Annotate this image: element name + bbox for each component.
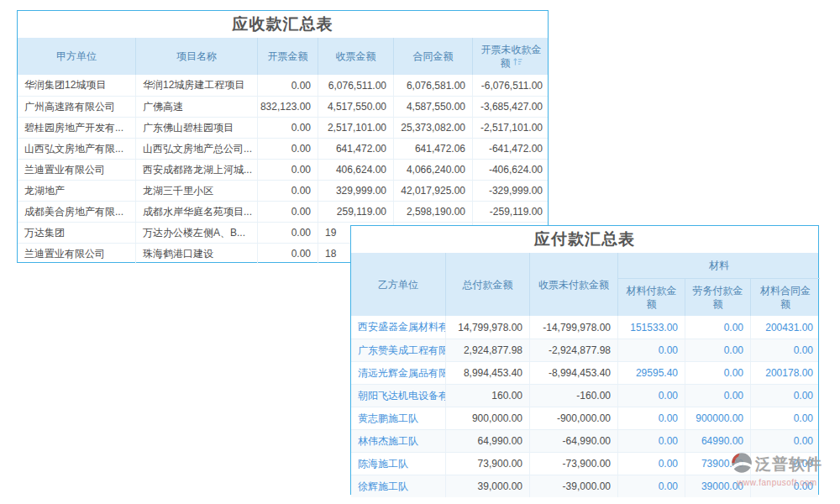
table-cell[interactable]: 0.00 xyxy=(618,430,685,452)
table-cell[interactable]: 朝阳飞达机电设备有 xyxy=(351,385,446,407)
table-cell: -900,000.00 xyxy=(530,407,618,429)
table-cell[interactable]: 200178.00 xyxy=(751,362,820,384)
table-cell: 406,624.00 xyxy=(318,160,394,180)
table-cell: 2,517,101.00 xyxy=(318,118,394,138)
table-cell: 山西弘文房地产有限... xyxy=(18,139,136,159)
column-header: 收票未付款金额 xyxy=(530,253,618,316)
table-cell[interactable]: 0.00 xyxy=(685,339,751,361)
table-cell: 西安成都路龙湖上河城... xyxy=(136,160,258,180)
table-cell[interactable]: 0.00 xyxy=(751,453,820,475)
table-cell: 珠海鹤港口建设 xyxy=(136,244,258,264)
table-cell: 2,598,190.00 xyxy=(394,202,473,222)
table-cell[interactable]: 林伟杰施工队 xyxy=(351,430,446,452)
table-cell: 广州高速路有限公司 xyxy=(18,97,136,117)
table-cell[interactable]: 151533.00 xyxy=(618,316,685,339)
table-cell[interactable]: 0.00 xyxy=(751,430,820,452)
table-cell: -406,624.00 xyxy=(473,160,549,180)
table-cell[interactable]: 64990.00 xyxy=(685,430,751,452)
table-cell: 广佛高速 xyxy=(136,97,258,117)
table-cell: 329,999.00 xyxy=(318,181,394,201)
column-header[interactable]: 开票未收款金额 xyxy=(473,38,549,75)
table-cell: 万达集团 xyxy=(18,223,136,243)
table-cell[interactable]: 0.00 xyxy=(618,453,685,475)
table-cell: -2,517,101.00 xyxy=(473,118,549,138)
table-cell: -39,000.00 xyxy=(530,475,618,497)
column-header: 材料付款金额 xyxy=(618,279,685,316)
table-cell: 2,924,877.98 xyxy=(446,339,530,361)
table-row: 西安盛器金属材料有14,799,978.00-14,799,978.001515… xyxy=(351,316,818,339)
table-cell[interactable]: 0.00 xyxy=(751,339,820,361)
receivables-table-header: 甲方单位项目名称开票金额收票金额合同金额开票未收款金额 xyxy=(18,38,548,75)
table-cell: 成都水岸华庭名苑项目... xyxy=(136,202,258,222)
table-cell[interactable]: 0.00 xyxy=(751,407,820,429)
table-cell[interactable]: 清远光辉金属品有限 xyxy=(351,362,446,384)
table-cell: -8,994,453.40 xyxy=(530,362,618,384)
table-cell: 0.00 xyxy=(258,118,318,138)
column-header: 合同金额 xyxy=(394,38,473,75)
payables-table-header: 乙方单位总付款金额收票未付款金额材料材料付款金额劳务付款金额材料合同金额 xyxy=(351,253,818,316)
table-row: 林伟杰施工队64,990.00-64,990.000.0064990.000.0… xyxy=(351,429,818,452)
table-cell: 华润集团12城项目 xyxy=(18,75,136,96)
table-row: 朝阳飞达机电设备有160.00-160.000.000.000.00 xyxy=(351,384,818,407)
payables-summary-table: 应付款汇总表 乙方单位总付款金额收票未付款金额材料材料付款金额劳务付款金额材料合… xyxy=(350,225,819,495)
table-cell: 6,076,581.00 xyxy=(394,75,473,96)
column-header-label: 乙方单位 xyxy=(378,278,418,291)
table-cell[interactable]: 0.00 xyxy=(618,407,685,429)
table-cell: 42,017,925.00 xyxy=(394,181,473,201)
table-cell[interactable]: 0.00 xyxy=(751,385,820,407)
table-cell[interactable]: 200431.00 xyxy=(751,316,820,339)
table-cell[interactable]: 陈海施工队 xyxy=(351,453,446,475)
table-cell: 4,066,240.00 xyxy=(394,160,473,180)
table-cell[interactable]: 0.00 xyxy=(618,475,685,497)
table-cell[interactable]: 黄志鹏施工队 xyxy=(351,407,446,429)
table-cell: 0.00 xyxy=(258,75,318,96)
table-row: 陈海施工队73,900.00-73,900.000.0073900.000.00 xyxy=(351,452,818,475)
payables-table-title: 应付款汇总表 xyxy=(351,226,818,253)
column-header-label: 合同金额 xyxy=(413,50,454,63)
sort-icon xyxy=(513,57,522,66)
table-cell: 641,472.06 xyxy=(394,139,473,159)
table-cell[interactable]: 徐辉施工队 xyxy=(351,475,446,497)
table-cell: 4,587,550.00 xyxy=(394,97,473,117)
table-cell[interactable]: 0.00 xyxy=(618,339,685,361)
table-cell: 龙湖三千里小区 xyxy=(136,181,258,201)
table-cell[interactable]: 39000.00 xyxy=(685,475,751,497)
table-cell[interactable]: 900000.00 xyxy=(685,407,751,429)
table-cell: -160.00 xyxy=(530,385,618,407)
table-cell[interactable]: 0.00 xyxy=(685,316,751,339)
table-cell: -6,076,511.00 xyxy=(473,75,549,96)
table-cell[interactable]: 29595.40 xyxy=(618,362,685,384)
receivables-table-title: 应收款汇总表 xyxy=(18,11,548,38)
column-header-label: 劳务付款金额 xyxy=(692,284,743,311)
table-cell: -73,900.00 xyxy=(530,453,618,475)
table-cell[interactable]: 西安盛器金属材料有 xyxy=(351,316,446,339)
table-cell: 25,373,082.00 xyxy=(394,118,473,138)
table-cell[interactable]: 0.00 xyxy=(685,362,751,384)
column-header-label: 材料合同金额 xyxy=(758,284,813,311)
column-header-label: 开票未收款金额 xyxy=(476,43,546,70)
table-cell[interactable]: 0.00 xyxy=(685,385,751,407)
column-header-label: 开票金额 xyxy=(268,50,308,63)
column-header: 总付款金额 xyxy=(446,253,530,316)
table-cell: 成都美合房地产有限... xyxy=(18,202,136,222)
table-cell: 259,119.00 xyxy=(318,202,394,222)
column-header-label: 甲方单位 xyxy=(56,50,97,63)
table-cell: 龙湖地产 xyxy=(18,181,136,201)
table-row: 成都美合房地产有限...成都水岸华庭名苑项目...0.00259,119.002… xyxy=(18,201,548,222)
table-cell: 64,990.00 xyxy=(446,430,530,452)
table-cell[interactable]: 0.00 xyxy=(751,475,820,497)
table-cell: 0.00 xyxy=(258,244,318,264)
column-header: 收票金额 xyxy=(318,38,394,75)
table-row: 山西弘文房地产有限...山西弘文房地产总公司...0.00641,472.006… xyxy=(18,138,548,159)
table-cell[interactable]: 73900.00 xyxy=(685,453,751,475)
table-cell: 8,994,453.40 xyxy=(446,362,530,384)
table-cell: 华润12城房建工程项目 xyxy=(136,75,258,96)
table-cell: 兰迪置业有限公司 xyxy=(18,160,136,180)
table-cell[interactable]: 0.00 xyxy=(618,385,685,407)
column-header-label: 收票未付款金额 xyxy=(538,278,609,291)
column-header: 甲方单位 xyxy=(18,38,136,75)
table-row: 华润集团12城项目华润12城房建工程项目0.006,076,511.006,07… xyxy=(18,75,548,96)
table-cell[interactable]: 广东赞美成工程有限 xyxy=(351,339,446,361)
table-cell: 160.00 xyxy=(446,385,530,407)
table-cell: 14,799,978.00 xyxy=(446,316,530,339)
